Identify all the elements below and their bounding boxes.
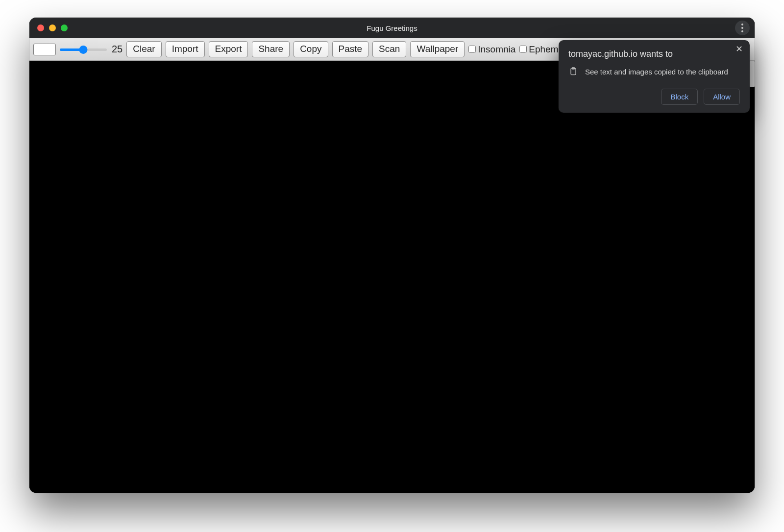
insomnia-label: Insomnia <box>478 44 515 55</box>
app-window: Fugu Greetings 25 Clear Impor <box>29 18 755 493</box>
share-button[interactable]: Share <box>252 41 290 57</box>
permission-origin: tomayac.github.io wants to <box>568 49 740 59</box>
color-picker[interactable] <box>33 44 56 55</box>
close-window-button[interactable] <box>37 24 44 31</box>
paste-button[interactable]: Paste <box>332 41 369 57</box>
allow-button[interactable]: Allow <box>704 89 740 105</box>
window-title: Fugu Greetings <box>29 24 755 32</box>
slider-thumb[interactable] <box>79 46 88 54</box>
scrollbar-thumb[interactable] <box>750 61 755 87</box>
more-menu-button[interactable] <box>735 21 750 35</box>
zoom-window-button[interactable] <box>61 24 68 31</box>
close-icon[interactable]: ✕ <box>733 43 745 55</box>
permission-detail: See text and images copied to the clipbo… <box>585 68 728 76</box>
brush-size-slider[interactable] <box>60 45 107 54</box>
import-button[interactable]: Import <box>166 41 205 57</box>
permission-detail-row: See text and images copied to the clipbo… <box>568 66 740 77</box>
permission-dialog: ✕ tomayac.github.io wants to See text an… <box>559 40 750 113</box>
ephemeral-checkbox[interactable] <box>519 46 527 53</box>
clipboard-icon <box>568 66 578 77</box>
clear-button[interactable]: Clear <box>126 41 161 57</box>
dots-vertical-icon <box>741 24 743 25</box>
brush-size-value: 25 <box>112 44 122 55</box>
window-controls <box>37 24 68 31</box>
permission-actions: Block Allow <box>568 89 740 105</box>
wallpaper-button[interactable]: Wallpaper <box>410 41 465 57</box>
copy-button[interactable]: Copy <box>294 41 328 57</box>
scan-button[interactable]: Scan <box>372 41 406 57</box>
stage: Fugu Greetings 25 Clear Impor <box>0 0 784 532</box>
export-button[interactable]: Export <box>209 41 248 57</box>
titlebar: Fugu Greetings <box>29 18 755 38</box>
drawing-canvas[interactable] <box>29 61 755 493</box>
minimize-window-button[interactable] <box>49 24 56 31</box>
block-button[interactable]: Block <box>661 89 698 105</box>
insomnia-toggle[interactable]: Insomnia <box>468 44 515 55</box>
insomnia-checkbox[interactable] <box>468 46 476 53</box>
